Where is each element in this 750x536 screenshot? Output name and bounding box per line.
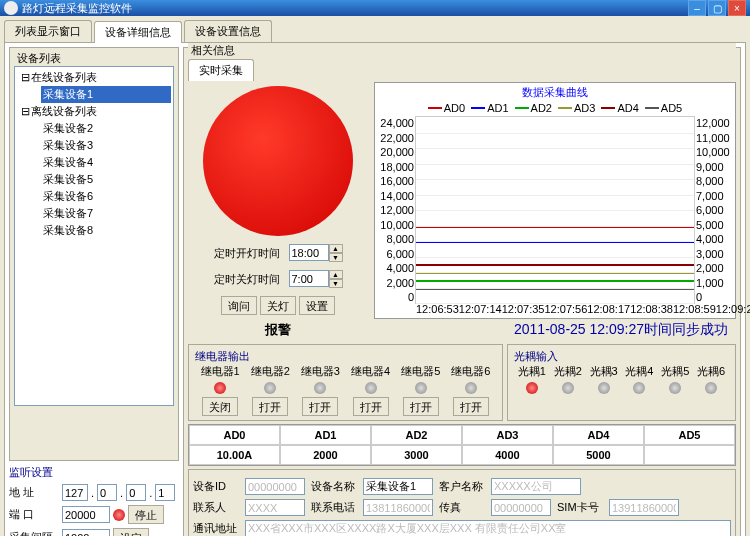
relay-button[interactable]: 打开: [353, 397, 389, 416]
interval-input[interactable]: [62, 529, 110, 536]
opto-lamp-icon: [526, 382, 538, 394]
turnoff-button[interactable]: 关灯: [260, 296, 296, 315]
addr-1[interactable]: [97, 484, 117, 501]
off-time-up[interactable]: ▲: [329, 270, 343, 279]
dev-phone[interactable]: [363, 499, 433, 516]
off-time-down[interactable]: ▼: [329, 279, 343, 288]
opto-lamp-icon: [633, 382, 645, 394]
on-time-up[interactable]: ▲: [329, 244, 343, 253]
status-line: 2011-08-25 12:09:27时间同步成功: [374, 319, 736, 341]
relay-button[interactable]: 打开: [453, 397, 489, 416]
on-time-down[interactable]: ▼: [329, 253, 343, 262]
dev-name[interactable]: [363, 478, 433, 495]
tab-detail[interactable]: 设备详细信息: [94, 21, 182, 43]
opto-lamp-icon: [669, 382, 681, 394]
opto-lamp-icon: [598, 382, 610, 394]
info-title: 相关信息: [188, 43, 736, 58]
relay-lamp-icon: [465, 382, 477, 394]
tree-item[interactable]: 采集设备2: [41, 120, 171, 137]
off-time-input[interactable]: [289, 270, 329, 287]
main-tabs: 列表显示窗口 设备详细信息 设备设置信息: [4, 20, 746, 42]
set-button[interactable]: 设定: [113, 528, 149, 536]
ad-table: AD0AD1AD2AD3AD4AD510.00A2000300040005000: [188, 424, 736, 466]
tab-list[interactable]: 列表显示窗口: [4, 20, 92, 42]
on-time-input[interactable]: [289, 244, 329, 261]
dev-contact[interactable]: [245, 499, 305, 516]
tab-settings[interactable]: 设备设置信息: [184, 20, 272, 42]
dev-id[interactable]: [245, 478, 305, 495]
opto-lamp-icon: [705, 382, 717, 394]
tree-item[interactable]: 采集设备8: [41, 222, 171, 239]
status-lamp-icon: [113, 509, 125, 521]
relay-button[interactable]: 打开: [302, 397, 338, 416]
tree-selected[interactable]: 采集设备1: [41, 86, 171, 103]
window-title: 路灯远程采集监控软件: [22, 1, 688, 16]
relay-lamp-icon: [415, 382, 427, 394]
relay-lamp-icon: [264, 382, 276, 394]
alarm-label: 报警: [261, 319, 295, 341]
addr-3[interactable]: [155, 484, 175, 501]
listen-title: 监听设置: [9, 465, 179, 480]
stop-button[interactable]: 停止: [128, 505, 164, 524]
close-button[interactable]: ×: [728, 0, 746, 16]
minimize-button[interactable]: –: [688, 0, 706, 16]
addr-0[interactable]: [62, 484, 88, 501]
port-input[interactable]: [62, 506, 110, 523]
status-circle-icon: [203, 86, 353, 236]
app-icon: [4, 1, 18, 15]
tree-item[interactable]: 采集设备7: [41, 205, 171, 222]
dev-addr[interactable]: [245, 520, 731, 536]
relay-button[interactable]: 打开: [252, 397, 288, 416]
relay-lamp-icon: [214, 382, 226, 394]
dev-sim[interactable]: [609, 499, 679, 516]
device-list-title: 设备列表: [14, 51, 64, 66]
tree-item[interactable]: 采集设备4: [41, 154, 171, 171]
device-tree[interactable]: ⊟在线设备列表 采集设备1 ⊟离线设备列表 采集设备2采集设备3采集设备4采集设…: [14, 66, 174, 406]
relay-button[interactable]: 打开: [403, 397, 439, 416]
tree-item[interactable]: 采集设备5: [41, 171, 171, 188]
titlebar: 路灯远程采集监控软件 – ▢ ×: [0, 0, 750, 16]
relay-lamp-icon: [365, 382, 377, 394]
tree-item[interactable]: 采集设备3: [41, 137, 171, 154]
addr-2[interactable]: [126, 484, 146, 501]
opto-lamp-icon: [562, 382, 574, 394]
relay-lamp-icon: [314, 382, 326, 394]
query-button[interactable]: 询问: [221, 296, 257, 315]
chart: 数据采集曲线 AD0AD1AD2AD3AD4AD5 24,00022,00020…: [374, 82, 736, 319]
dev-cust[interactable]: [491, 478, 581, 495]
tab-realtime[interactable]: 实时采集: [188, 59, 254, 81]
tree-item[interactable]: 采集设备6: [41, 188, 171, 205]
chart-title: 数据采集曲线: [375, 83, 735, 102]
dev-fax[interactable]: [491, 499, 551, 516]
time-set-button[interactable]: 设置: [299, 296, 335, 315]
relay-button[interactable]: 关闭: [202, 397, 238, 416]
maximize-button[interactable]: ▢: [708, 0, 726, 16]
